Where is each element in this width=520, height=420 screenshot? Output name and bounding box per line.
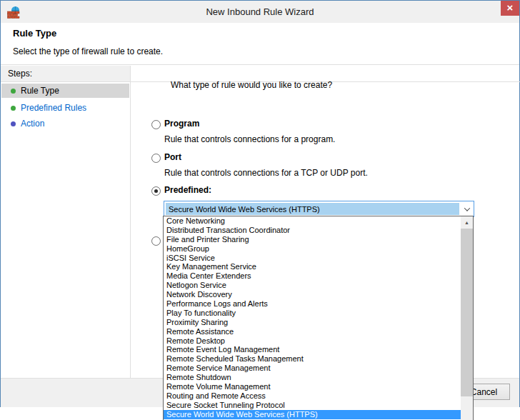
wizard-header: Rule Type Select the type of firewall ru… [1, 23, 519, 65]
step-label: Rule Type [21, 86, 59, 96]
titlebar: New Inbound Rule Wizard × [1, 1, 519, 23]
steps-heading: Steps: [1, 66, 130, 81]
dropdown-item[interactable]: iSCSI Service [164, 254, 461, 263]
scroll-up-button[interactable]: ▲ [461, 216, 473, 229]
page-title: Rule Type [13, 28, 56, 39]
dropdown-item[interactable]: Distributed Transaction Coordinator [164, 226, 461, 235]
combobox-value: Secure World Wide Web Services (HTTPS) [166, 203, 459, 215]
step-item-rule-type[interactable]: Rule Type [1, 84, 129, 98]
dropdown-item[interactable]: Netlogon Service [164, 281, 461, 290]
dropdown-item[interactable]: Core Networking [164, 216, 461, 226]
close-icon: × [507, 2, 514, 13]
page-subtitle: Select the type of firewall rule to crea… [13, 46, 163, 56]
step-item-predefined-rules[interactable]: Predefined Rules [1, 101, 129, 115]
dropdown-item[interactable]: Network Discovery [164, 290, 461, 299]
dropdown-item[interactable]: Remote Service Management [164, 364, 461, 373]
dropdown-item-selected[interactable]: Secure World Wide Web Services (HTTPS) [164, 410, 461, 419]
dropdown-item[interactable]: Secure Socket Tunneling Protocol [164, 401, 461, 410]
dropdown-item[interactable]: Media Center Extenders [164, 271, 461, 281]
predefined-label[interactable]: Predefined: [164, 185, 211, 195]
scroll-up-icon: ▲ [464, 220, 469, 225]
predefined-radio[interactable] [151, 186, 161, 196]
dropdown-item[interactable]: Remote Event Log Management [164, 345, 461, 354]
step-bullet-icon [11, 106, 16, 111]
predefined-combobox[interactable]: Secure World Wide Web Services (HTTPS) [164, 201, 474, 217]
step-label: Predefined Rules [21, 103, 86, 113]
sidebar-divider [130, 66, 131, 378]
predefined-dropdown-list: Core Networking Distributed Transaction … [163, 216, 474, 420]
dropdown-item[interactable]: Routing and Remote Access [164, 391, 461, 401]
program-radio[interactable] [151, 120, 161, 129]
program-label[interactable]: Program [164, 119, 199, 129]
port-label[interactable]: Port [164, 152, 181, 162]
dropdown-item[interactable]: Remote Assistance [164, 327, 461, 336]
program-description: Rule that controls connections for a pro… [164, 134, 335, 144]
port-description: Rule that controls connections for a TCP… [164, 168, 368, 178]
window-title: New Inbound Rule Wizard [1, 6, 519, 17]
step-item-action[interactable]: Action [1, 116, 129, 131]
custom-radio[interactable] [151, 236, 161, 246]
dropdown-item[interactable]: Play To functionality [164, 309, 461, 318]
dropdown-item[interactable]: Proximity Sharing [164, 318, 461, 327]
dropdown-item[interactable]: Remote Shutdown [164, 373, 461, 382]
step-bullet-icon [11, 121, 16, 126]
dropdown-item[interactable]: Remote Volume Management [164, 382, 461, 391]
dropdown-item[interactable]: Remote Desktop [164, 336, 461, 346]
steps-heading-label: Steps: [8, 69, 32, 79]
dropdown-scrollbar[interactable]: ▲ [461, 216, 473, 420]
dropdown-item[interactable]: File and Printer Sharing [164, 235, 461, 244]
scrollbar-thumb[interactable] [461, 229, 473, 396]
port-radio[interactable] [151, 154, 161, 163]
question-text: What type of rule would you like to crea… [171, 80, 332, 90]
combobox-dropdown-button[interactable] [460, 201, 474, 216]
step-bullet-icon [11, 89, 16, 94]
step-label: Action [21, 119, 44, 129]
chevron-down-icon [464, 205, 469, 211]
dropdown-item[interactable]: Key Management Service [164, 262, 461, 271]
dropdown-item[interactable]: Remote Scheduled Tasks Management [164, 354, 461, 364]
dropdown-item[interactable]: Performance Logs and Alerts [164, 299, 461, 309]
close-button[interactable]: × [501, 1, 519, 16]
dropdown-item[interactable]: HomeGroup [164, 244, 461, 254]
